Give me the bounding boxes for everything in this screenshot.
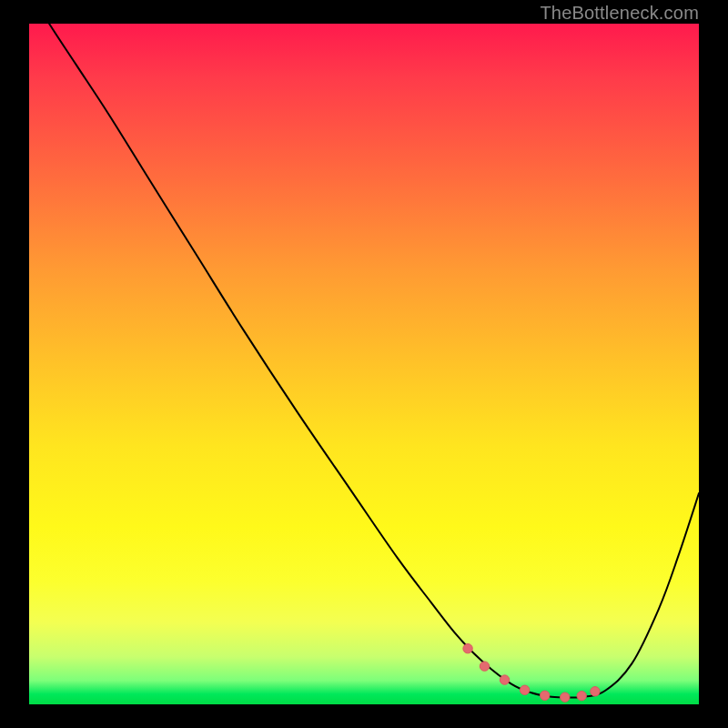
marker-dot	[500, 675, 509, 684]
marker-dot	[591, 687, 600, 696]
chart-frame: TheBottleneck.com	[0, 0, 728, 728]
chart-svg	[29, 24, 699, 704]
watermark-text: TheBottleneck.com	[540, 3, 699, 24]
marker-dot	[561, 693, 570, 702]
marker-dot	[463, 643, 472, 652]
marker-dot	[480, 662, 489, 671]
marker-dot	[520, 685, 529, 694]
plot-area	[29, 24, 699, 704]
marker-dot	[577, 691, 586, 700]
marker-dot	[541, 691, 550, 700]
bottleneck-curve	[29, 24, 699, 698]
